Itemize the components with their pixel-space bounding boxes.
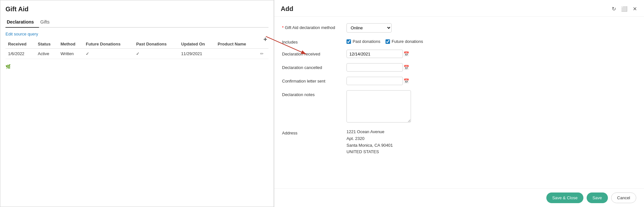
page-title: Gift Aid <box>5 5 268 13</box>
col-method: Method <box>58 40 83 49</box>
notes-label: Declaration notes <box>282 90 346 97</box>
tab-declarations[interactable]: Declarations <box>5 17 39 28</box>
confirmation-input[interactable] <box>349 79 404 84</box>
cell-past-donations: ✓ <box>133 49 179 59</box>
save-close-button[interactable]: Save & Close <box>546 192 583 203</box>
confirmation-input-wrap: 📅 <box>346 77 403 85</box>
leaf-icon: 🌿 <box>5 64 12 69</box>
col-product-name: Product Name <box>215 40 258 49</box>
declaration-cancelled-input[interactable] <box>349 65 404 70</box>
cancel-button[interactable]: Cancel <box>611 192 636 203</box>
cell-status: Active <box>35 49 58 59</box>
modal-footer: Save & Close Save Cancel <box>274 188 644 207</box>
tabs: Declarations Gifts <box>5 17 268 28</box>
cell-edit[interactable]: ✏ <box>258 49 268 59</box>
address-label: Address <box>282 129 346 135</box>
future-donations-checkbox-wrap[interactable]: Future donations <box>385 39 423 44</box>
form-row-declaration-cancelled: Declaration cancelled 📅 <box>282 63 636 72</box>
confirmation-label: Confirmation letter sent <box>282 77 346 84</box>
method-select[interactable]: Online Written Phone <box>346 23 392 33</box>
modal-body: Gift Aid declaration method Online Writt… <box>274 17 644 188</box>
cell-method: Written <box>58 49 83 59</box>
form-row-includes: Includes Past donations Future donations <box>282 38 636 44</box>
includes-control: Past donations Future donations <box>346 38 456 44</box>
declaration-cancelled-input-wrap: 📅 <box>346 63 403 72</box>
close-button[interactable]: ✕ <box>632 5 638 13</box>
declarations-table: Received Status Method Future Donations … <box>5 40 268 59</box>
left-panel: Gift Aid Declarations Gifts Edit source … <box>0 0 274 207</box>
declaration-cancelled-label: Declaration cancelled <box>282 63 346 70</box>
cell-product-name <box>215 49 258 59</box>
calendar-icon-confirmation[interactable]: 📅 <box>404 78 409 84</box>
notes-control <box>346 90 456 123</box>
modal-controls: ↻ ⬜ ✕ <box>611 5 638 13</box>
save-button[interactable]: Save <box>587 192 608 203</box>
form-row-method: Gift Aid declaration method Online Writt… <box>282 23 636 33</box>
form-row-declaration-received: Declaration received 📅 <box>282 50 636 58</box>
col-status: Status <box>35 40 58 49</box>
calendar-icon-received[interactable]: 📅 <box>404 51 409 56</box>
past-donations-checkbox-wrap[interactable]: Past donations <box>346 39 380 44</box>
modal-title: Add <box>281 5 293 13</box>
includes-label: Includes <box>282 38 346 44</box>
future-donations-label: Future donations <box>392 39 423 44</box>
add-button[interactable]: + <box>263 36 267 43</box>
past-donations-label: Past donations <box>353 39 380 44</box>
declaration-received-input-wrap: 📅 <box>346 50 403 58</box>
address-line3: Santa Monica, CA 90401 <box>346 142 456 149</box>
address-line1: 1221 Ocean Avenue <box>346 129 456 135</box>
tab-gifts[interactable]: Gifts <box>39 17 55 28</box>
col-updated-on: Updated On <box>179 40 215 49</box>
table-row: 1/6/2022 Active Written ✓ ✓ 11/29/2021 ✏ <box>5 49 268 59</box>
col-past-donations: Past Donations <box>133 40 179 49</box>
past-donations-checkbox[interactable] <box>346 39 351 44</box>
right-panel: Add ↻ ⬜ ✕ Gift Aid declaration method On… <box>274 0 644 207</box>
refresh-button[interactable]: ↻ <box>611 5 617 13</box>
form-row-confirmation: Confirmation letter sent 📅 <box>282 77 636 85</box>
declaration-received-input[interactable] <box>349 52 404 56</box>
form-row-notes: Declaration notes <box>282 90 636 123</box>
method-control: Online Written Phone <box>346 23 456 33</box>
form-row-address: Address 1221 Ocean Avenue Apt. 2320 Sant… <box>282 129 636 155</box>
cell-updated-on: 11/29/2021 <box>179 49 215 59</box>
edit-source-link[interactable]: Edit source query <box>5 32 268 36</box>
col-received: Received <box>5 40 35 49</box>
declaration-cancelled-control: 📅 <box>346 63 456 72</box>
future-donations-checkbox[interactable] <box>385 39 390 44</box>
address-control: 1221 Ocean Avenue Apt. 2320 Santa Monica… <box>346 129 456 155</box>
method-label: Gift Aid declaration method <box>282 23 346 30</box>
notes-textarea[interactable] <box>346 90 411 123</box>
cell-future-donations: ✓ <box>83 49 133 59</box>
address-line4: UNITED STATES <box>346 149 456 155</box>
calendar-icon-cancelled[interactable]: 📅 <box>404 65 409 70</box>
col-future-donations: Future Donations <box>83 40 133 49</box>
declaration-received-control: 📅 <box>346 50 456 58</box>
address-line2: Apt. 2320 <box>346 135 456 142</box>
confirmation-control: 📅 <box>346 77 456 85</box>
cell-received: 1/6/2022 <box>5 49 35 59</box>
modal-header: Add ↻ ⬜ ✕ <box>274 0 644 17</box>
declaration-received-label: Declaration received <box>282 50 346 56</box>
resize-button[interactable]: ⬜ <box>620 5 628 13</box>
edit-icon[interactable]: ✏ <box>260 51 264 56</box>
